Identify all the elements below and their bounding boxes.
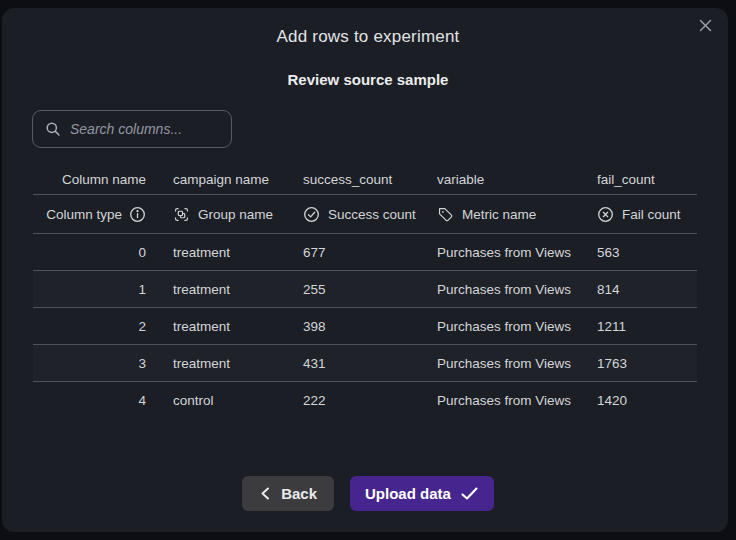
modal-footer: Back Upload data: [0, 476, 736, 511]
variable-cell: Purchases from Views: [425, 245, 585, 260]
fail-count-cell: 1763: [585, 356, 697, 371]
campaign-cell: control: [161, 393, 291, 408]
fail-count-cell: 814: [585, 282, 697, 297]
fail-count-cell: 1420: [585, 393, 697, 408]
page: Add rows to experiment Review source sam…: [0, 0, 736, 540]
group-icon: [173, 206, 190, 223]
column-type-name: Metric name: [462, 207, 536, 222]
column-header: fail_count: [585, 172, 697, 187]
column-header: campaign name: [161, 172, 291, 187]
modal-title: Add rows to experiment: [0, 27, 736, 47]
row-index: 1: [33, 282, 161, 297]
column-type-name: Success count: [328, 207, 416, 222]
table-row[interactable]: 0 treatment 677 Purchases from Views 563: [33, 233, 697, 270]
success-count-cell: 398: [291, 319, 425, 334]
success-count-cell: 677: [291, 245, 425, 260]
info-icon[interactable]: [129, 206, 146, 223]
campaign-cell: treatment: [161, 282, 291, 297]
fail-icon: [597, 206, 614, 223]
column-header: success_count: [291, 172, 425, 187]
search-icon: [45, 121, 61, 137]
column-type-label-cell: Column type: [33, 206, 161, 223]
success-count-cell: 255: [291, 282, 425, 297]
modal-subtitle: Review source sample: [0, 71, 736, 88]
column-type-row: Column type Group name Success count: [33, 194, 697, 233]
column-type-name: Fail count: [622, 207, 681, 222]
table-row[interactable]: 2 treatment 398 Purchases from Views 121…: [33, 307, 697, 344]
column-type-cell[interactable]: Metric name: [425, 206, 585, 223]
variable-cell: Purchases from Views: [425, 393, 585, 408]
row-index: 0: [33, 245, 161, 260]
column-type-cell[interactable]: Fail count: [585, 206, 697, 223]
success-count-cell: 222: [291, 393, 425, 408]
tag-icon: [437, 206, 454, 223]
fail-count-cell: 1211: [585, 319, 697, 334]
search-input[interactable]: [70, 121, 219, 137]
row-index: 3: [33, 356, 161, 371]
variable-cell: Purchases from Views: [425, 282, 585, 297]
success-count-cell: 431: [291, 356, 425, 371]
variable-cell: Purchases from Views: [425, 356, 585, 371]
back-button-label: Back: [281, 485, 317, 502]
table-header-row: Column name campaign name success_count …: [33, 164, 697, 194]
success-icon: [303, 206, 320, 223]
column-header: variable: [425, 172, 585, 187]
search-box[interactable]: [32, 110, 232, 148]
column-header: Column name: [33, 172, 161, 187]
variable-cell: Purchases from Views: [425, 319, 585, 334]
check-icon: [460, 486, 479, 501]
chevron-left-icon: [259, 486, 272, 501]
source-sample-table: Column name campaign name success_count …: [33, 164, 697, 418]
column-type-name: Group name: [198, 207, 273, 222]
campaign-cell: treatment: [161, 356, 291, 371]
fail-count-cell: 563: [585, 245, 697, 260]
table-row[interactable]: 1 treatment 255 Purchases from Views 814: [33, 270, 697, 307]
column-type-cell[interactable]: Success count: [291, 206, 425, 223]
back-button[interactable]: Back: [242, 476, 334, 511]
column-type-cell[interactable]: Group name: [161, 206, 291, 223]
row-index: 2: [33, 319, 161, 334]
campaign-cell: treatment: [161, 245, 291, 260]
campaign-cell: treatment: [161, 319, 291, 334]
row-index: 4: [33, 393, 161, 408]
table-row[interactable]: 3 treatment 431 Purchases from Views 176…: [33, 344, 697, 381]
upload-button-label: Upload data: [365, 485, 451, 502]
table-row[interactable]: 4 control 222 Purchases from Views 1420: [33, 381, 697, 418]
column-type-label: Column type: [46, 207, 122, 222]
upload-data-button[interactable]: Upload data: [350, 476, 494, 511]
